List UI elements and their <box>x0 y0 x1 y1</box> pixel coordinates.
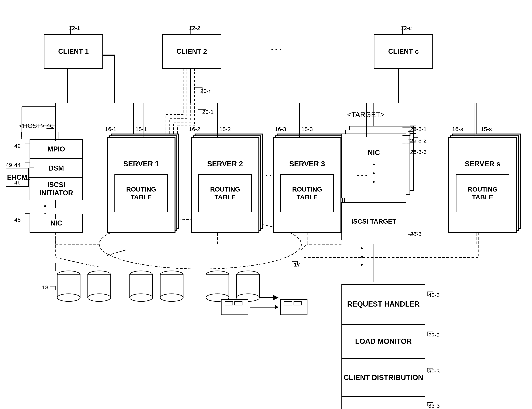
target-label: <TARGET> <box>347 111 385 119</box>
client-distribution-label: CLIENT DISTRIBUTION <box>344 373 423 382</box>
ref-16-1: 16-1 <box>105 126 116 132</box>
host-bracket <box>21 132 59 139</box>
iscsi-target-label: ISCSI TARGET <box>351 217 396 225</box>
cylinders <box>53 267 206 305</box>
ref-bracket-20-1 <box>194 108 208 115</box>
server2-label: SERVER 2 <box>203 156 247 172</box>
server1-routing-box: ROUTING TABLE <box>114 174 168 212</box>
ref-22-3-bracket <box>425 330 437 338</box>
server2-routing-label: ROUTING TABLE <box>199 186 251 201</box>
svg-point-33 <box>88 294 111 301</box>
server1-box: SERVER 1 ROUTING TABLE <box>107 137 175 233</box>
client-distribution-box: CLIENT DISTRIBUTION <box>341 359 425 397</box>
client1-box: CLIENT 1 <box>44 34 103 69</box>
nic-dots2: • <box>372 169 376 178</box>
client2-label: CLIENT 2 <box>176 47 207 56</box>
servers-label: SERVER s <box>461 156 504 172</box>
nic-dots1: • <box>372 160 376 169</box>
ref-15-s: 15-s <box>481 126 492 132</box>
clb-label: CLB <box>376 408 391 409</box>
ref-16-s: 16-s <box>452 126 463 132</box>
svg-rect-53 <box>294 301 301 305</box>
dsm-label: DSM <box>49 164 64 172</box>
svg-rect-48 <box>235 301 242 305</box>
ref-bracket-12-1 <box>65 25 76 36</box>
ref-bracket-12-c <box>397 25 408 36</box>
server2-box: SERVER 2 ROUTING TABLE <box>191 137 259 233</box>
host-label: <HOST> 40 <box>19 122 54 130</box>
server3-routing-label: ROUTING TABLE <box>281 186 333 201</box>
ref-30-3-bracket <box>425 366 437 374</box>
server1-label: SERVER 1 <box>119 156 163 172</box>
ref-28-3: 28-3 <box>410 231 422 237</box>
ref-bracket-12-2 <box>185 25 196 36</box>
client1-label: CLIENT 1 <box>58 47 89 56</box>
ref-33-3-bracket <box>425 401 437 408</box>
ref-18-bracket <box>46 284 57 292</box>
dots-clients: ... <box>271 42 283 52</box>
ref-15-2: 15-2 <box>219 126 231 132</box>
clientc-box: CLIENT c <box>374 34 433 69</box>
load-monitor-box: LOAD MONITOR <box>341 324 425 359</box>
iscsi-target-box: ISCSI TARGET <box>341 202 406 240</box>
server3-label: SERVER 3 <box>285 156 329 172</box>
servers-routing-label: ROUTING TABLE <box>457 186 509 201</box>
svg-rect-47 <box>225 301 233 305</box>
svg-line-18 <box>107 250 126 256</box>
server3-routing-box: ROUTING TABLE <box>280 174 334 212</box>
svg-point-36 <box>130 294 153 301</box>
ref-16-2: 16-2 <box>189 126 200 132</box>
ref-16-3: 16-3 <box>275 126 286 132</box>
ref-40-3-bracket <box>425 290 437 297</box>
request-handler-box: REQUEST HANDLER <box>341 284 425 324</box>
nic-ref-brackets <box>401 124 420 162</box>
nic-dots3: • <box>372 178 376 186</box>
ref-15-1: 15-1 <box>135 126 147 132</box>
svg-point-30 <box>57 294 80 301</box>
servers-routing-box: ROUTING TABLE <box>456 174 509 212</box>
nic-host-label: NIC <box>50 219 62 227</box>
clientc-label: CLIENT c <box>388 47 419 56</box>
tape-devices <box>219 296 315 319</box>
client2-box: CLIENT 2 <box>162 34 221 69</box>
load-monitor-label: LOAD MONITOR <box>355 337 412 346</box>
svg-point-39 <box>160 294 183 301</box>
target-dots: ••• <box>360 244 363 269</box>
nic-target-label: NIC <box>365 146 383 160</box>
request-handler-label: REQUEST HANDLER <box>347 300 420 309</box>
ref-bracket-20-n <box>191 86 206 95</box>
diagram: CLIENT 1 12-1 CLIENT 2 12-2 CLIENT c 12-… <box>0 0 532 409</box>
svg-marker-50 <box>275 305 278 309</box>
host-connector-lines <box>6 139 44 235</box>
server3-box: SERVER 3 ROUTING TABLE <box>273 137 341 233</box>
ref-17-bracket <box>288 260 300 267</box>
mpio-label: MPIO <box>47 145 65 153</box>
servers-box: SERVER s ROUTING TABLE <box>448 137 517 233</box>
dots-servers2: ... <box>357 168 369 178</box>
clb-box: CLB <box>341 397 425 409</box>
ref-15-3: 15-3 <box>301 126 313 132</box>
server1-routing-label: ROUTING TABLE <box>115 186 167 201</box>
nic-front-box: NIC • • • <box>341 134 406 198</box>
server2-routing-box: ROUTING TABLE <box>198 174 252 212</box>
svg-rect-52 <box>284 301 292 305</box>
